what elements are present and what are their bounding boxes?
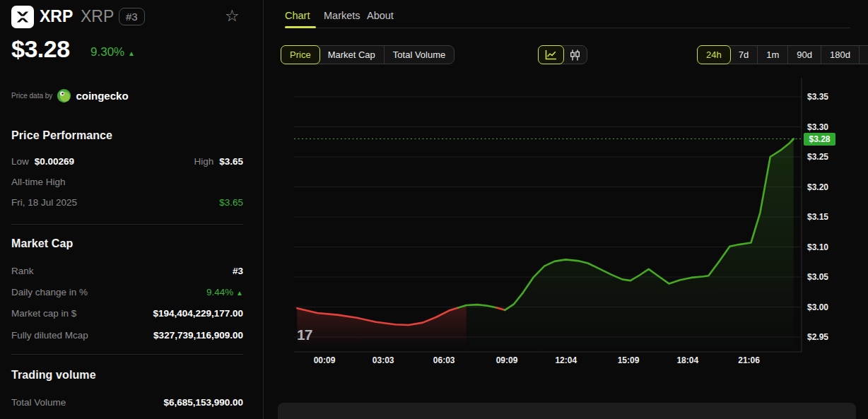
metric-market-cap-button[interactable]: Market Cap [319,46,385,64]
rank-badge: #3 [119,8,145,25]
tab-chart[interactable]: Chart [285,10,310,21]
y-axis-tick: $3.25 [807,151,840,163]
bottom-panel-edge [278,403,856,419]
time-range-group: 24h 7d 1m 90d 180d 1y all [697,45,868,64]
coin-name: XRP [40,7,73,26]
candlestick-icon[interactable] [563,46,587,64]
x-axis-tick: 18:04 [676,355,698,365]
ath-date: Fri, 18 Jul 2025 [11,197,77,208]
low-high-row: Low $0.00269 High $3.65 [11,156,243,167]
stat-row-daily-change: Daily change in % 9.44% ▲ [11,287,243,297]
up-triangle-icon: ▲ [128,49,135,57]
range-1y-button[interactable]: 1y [860,46,868,64]
tab-markets[interactable]: Markets [324,10,360,21]
fdv-value: $327,739,116,909.00 [153,330,243,341]
rank-value: #3 [233,266,243,276]
daily-change-value: 9.44% ▲ [206,287,243,297]
total-volume-label: Total Volume [11,397,66,408]
x-axis-tick: 12:04 [555,355,577,365]
divider [11,224,243,225]
stat-row-market-cap: Market cap in $ $194,404,229,177.00 [11,308,243,319]
star-favorite-icon[interactable]: ☆ [225,6,240,25]
ath-value: $3.65 [219,197,243,208]
y-axis-tick: $3.35 [807,91,840,102]
trading-volume-title: Trading volume [11,369,96,382]
coin-stats-panel: XRP XRP #3 ☆ $3.28 9.30% ▲ Price data by… [0,0,263,419]
divider [11,354,243,355]
xrp-chart-widget: XRP XRP #3 ☆ $3.28 9.30% ▲ Price data by… [0,0,868,419]
low-label: Low [11,156,29,167]
market-cap-label: Market cap in $ [11,308,76,319]
stat-row-total-volume: Total Volume $6,685,153,990.00 [11,397,243,408]
y-axis-tick: $3.15 [807,211,840,223]
high-label: High [194,156,213,167]
line-chart-icon[interactable] [538,45,564,64]
fdv-label: Fully diluted Mcap [11,330,88,341]
y-axis-tick: $3.05 [807,271,840,283]
range-90d-button[interactable]: 90d [788,46,821,64]
up-triangle-icon: ▲ [236,289,243,297]
current-price: $3.28 [11,35,70,63]
range-7d-button[interactable]: 7d [730,46,758,64]
tradingview-logo-icon[interactable]: 17 [297,326,312,343]
y-axis-tick: $3.20 [807,182,840,193]
range-180d-button[interactable]: 180d [821,46,860,64]
ath-row: Fri, 18 Jul 2025 $3.65 [11,197,243,208]
tabs-divider [285,28,850,28]
low-value: $0.00269 [35,156,74,167]
chart-type-group [538,45,587,64]
y-axis-tick: $3.30 [807,122,840,133]
ath-label: All-time High [11,177,66,187]
high-value: $3.65 [219,156,243,167]
metric-price-button[interactable]: Price [281,45,320,64]
y-axis-tick: $3.10 [807,242,840,253]
x-axis-tick: 06:03 [433,355,455,365]
price-change-24h: 9.30% ▲ [90,45,135,59]
coingecko-icon [57,88,71,103]
total-volume-value: $6,685,153,990.00 [163,397,243,408]
x-axis-tick: 03:03 [373,355,394,365]
stat-row-fdv: Fully diluted Mcap $327,739,116,909.00 [11,330,243,341]
x-axis-tick: 00:09 [314,355,336,365]
stat-row-rank: Rank #3 [11,266,243,276]
tab-about[interactable]: About [367,10,394,21]
chart-plot-area[interactable] [294,78,802,352]
daily-change-label: Daily change in % [11,287,88,297]
attribution: Price data by coingecko [11,88,129,103]
y-axis-tick: $3.00 [807,302,840,313]
market-cap-title: Market Cap [11,237,73,250]
range-1m-button[interactable]: 1m [758,46,788,64]
attribution-brand: coingecko [76,90,128,102]
x-axis-tick: 21:06 [738,355,760,365]
vertical-divider [263,0,264,419]
range-24h-button[interactable]: 24h [697,45,731,64]
attribution-prefix: Price data by [11,92,52,100]
xrp-logo-icon [11,6,34,28]
price-performance-title: Price Performance [11,129,112,142]
active-tab-underline [285,26,316,28]
metric-total-volume-button[interactable]: Total Volume [385,46,454,64]
market-cap-value: $194,404,229,177.00 [153,308,243,319]
x-axis-tick: 09:09 [496,355,518,365]
rank-label: Rank [11,266,34,276]
metric-toggle-group: Price Market Cap Total Volume [281,45,454,64]
current-price-axis-badge: $3.28 [804,133,835,146]
coin-ticker: XRP [81,7,114,26]
y-axis-tick: $2.95 [807,331,840,343]
x-axis-tick: 15:09 [618,355,640,365]
